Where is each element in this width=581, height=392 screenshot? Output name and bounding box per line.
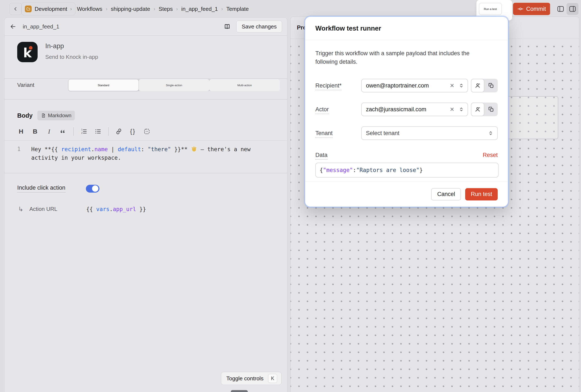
ordered-list-button[interactable]: 12: [78, 126, 90, 137]
modal-description: Trigger this workflow with a sample payl…: [315, 49, 485, 66]
step-title: in_app_feed_1: [23, 23, 59, 30]
bullet-list-icon: [94, 128, 101, 135]
actor-user-mode-button[interactable]: [471, 103, 484, 116]
format-badge-label: Markdown: [48, 112, 72, 118]
code-block-icon: [144, 128, 150, 135]
tenant-select[interactable]: Select tenant: [361, 126, 498, 140]
variable-braces-button[interactable]: {}: [127, 126, 138, 137]
recipient-chevron-updown-icon[interactable]: [458, 83, 464, 88]
actor-combobox[interactable]: zach@jurassicmail.com ✕: [361, 103, 468, 116]
user-icon: [475, 106, 481, 112]
docs-button[interactable]: [224, 23, 231, 30]
include-click-action-row: Include click action: [17, 185, 100, 193]
toggle-controls-button[interactable]: Toggle controls K: [221, 372, 282, 385]
save-changes-button[interactable]: Save changes: [236, 20, 282, 32]
breadcrumb-separator: ›: [106, 6, 107, 12]
toggle-right-panel-button[interactable]: [566, 3, 578, 15]
toolbar-divider: [108, 127, 108, 136]
heading-button[interactable]: H: [16, 126, 26, 137]
divider: [4, 173, 287, 173]
code-segment: }}**: [171, 146, 191, 152]
toggle-left-panel-button[interactable]: [555, 3, 566, 15]
code-segment: name: [94, 146, 108, 152]
blockquote-icon: [60, 128, 66, 135]
breadcrumb-item-in-app-feed-1[interactable]: in_app_feed_1: [181, 6, 218, 12]
channel-info: k In-app Send to Knock in-app: [17, 42, 98, 62]
data-label-row: Data Reset: [315, 152, 498, 158]
editor-toolbar: HBI12{}: [16, 126, 152, 137]
commit-button[interactable]: Commit: [513, 3, 550, 15]
breadcrumb-item-steps[interactable]: Steps: [158, 6, 173, 12]
breadcrumb-item-workflows[interactable]: Workflows: [77, 6, 102, 12]
actor-row: Actor zach@jurassicmail.com ✕: [315, 103, 498, 116]
knock-logo-icon: k: [17, 42, 38, 62]
toggle-knob: [92, 185, 98, 192]
recipient-combobox[interactable]: owen@raptortrainer.com ✕: [361, 79, 468, 92]
recipient-copy-button[interactable]: [484, 79, 498, 92]
run-test-button[interactable]: Run test: [465, 188, 498, 200]
breadcrumb-separator: ›: [221, 6, 223, 12]
folder-icon: [25, 5, 32, 12]
actor-value: zach@jurassicmail.com: [366, 106, 446, 113]
blockquote-button[interactable]: [58, 126, 69, 137]
divider: [4, 99, 287, 100]
data-json-input[interactable]: {"message": "Raptors are loose"}: [315, 163, 498, 178]
data-label: Data: [315, 152, 328, 160]
actor-copy-button[interactable]: [484, 103, 498, 116]
modal-header: Workflow test runner: [305, 17, 508, 40]
include-click-action-toggle[interactable]: [86, 185, 100, 193]
tenant-label: Tenant: [315, 130, 332, 138]
copy-icon: [488, 83, 494, 88]
bold-button[interactable]: B: [30, 126, 40, 137]
variant-row: Variant StandardSingle-actionMulti-actio…: [4, 79, 287, 91]
book-icon: [224, 23, 231, 30]
italic-button[interactable]: I: [44, 126, 54, 137]
workflow-test-runner-modal: Workflow test runner Trigger this workfl…: [305, 16, 508, 207]
breadcrumb-item-template[interactable]: Template: [226, 6, 249, 12]
reset-button[interactable]: Reset: [482, 152, 498, 158]
heading-icon: H: [19, 128, 24, 135]
code-segment: vars: [96, 206, 110, 212]
actor-clear-button[interactable]: ✕: [448, 106, 456, 113]
code-block-button[interactable]: [141, 126, 152, 137]
actor-chevron-updown-icon[interactable]: [458, 107, 464, 112]
code-segment: "there": [148, 146, 171, 152]
breadcrumb-item-shipping-update[interactable]: shipping-update: [111, 6, 150, 12]
code-segment: recipient: [61, 146, 91, 152]
recipient-user-mode-button[interactable]: [471, 79, 484, 92]
divider: [4, 140, 287, 141]
knock-dashboard: { "breadcrumb": { "environment": "Develo…: [0, 0, 581, 392]
environment-label: Development: [35, 6, 67, 12]
italic-icon: I: [48, 128, 50, 135]
editor-back-button[interactable]: [10, 23, 16, 30]
bullet-list-button[interactable]: [92, 126, 104, 137]
breadcrumb-separator: ›: [154, 6, 155, 12]
tenant-row: Tenant Select tenant: [315, 126, 498, 140]
variant-segmented-control: StandardSingle-actionMulti-action: [68, 79, 280, 91]
code-segment: }}: [136, 206, 146, 212]
recipient-clear-button[interactable]: ✕: [448, 82, 456, 89]
preview-content-outline: [503, 96, 558, 139]
panel-left-icon: [556, 5, 565, 13]
action-url-value[interactable]: {{ vars.app_url }}: [86, 206, 146, 212]
environment-switcher[interactable]: Development ›: [21, 2, 76, 15]
variant-option-standard[interactable]: Standard: [68, 79, 139, 91]
topbar-divider: [550, 5, 550, 13]
actor-label: Actor: [315, 106, 329, 114]
cancel-button[interactable]: Cancel: [431, 188, 461, 200]
back-button[interactable]: [9, 3, 22, 15]
bold-icon: B: [33, 128, 38, 135]
variant-option-single-action[interactable]: Single-action: [139, 79, 209, 91]
knock-logo-dot: [29, 46, 32, 50]
link-button[interactable]: [113, 126, 124, 137]
action-url-row: ↳ Action URL {{ vars.app_url }}: [18, 205, 146, 213]
toggle-controls-label: Toggle controls: [226, 375, 264, 382]
copy-icon: [488, 106, 494, 112]
chevron-left-icon: [12, 6, 18, 12]
body-code[interactable]: Hey **{{ recipient.name | default: "ther…: [31, 145, 274, 162]
variant-option-multi-action[interactable]: Multi-action: [209, 79, 280, 91]
run-a-test-button[interactable]: Run a test: [479, 3, 502, 15]
code-segment: }: [420, 167, 423, 173]
recipient-value: owen@raptortrainer.com: [366, 82, 446, 89]
code-segment: .: [91, 146, 94, 152]
